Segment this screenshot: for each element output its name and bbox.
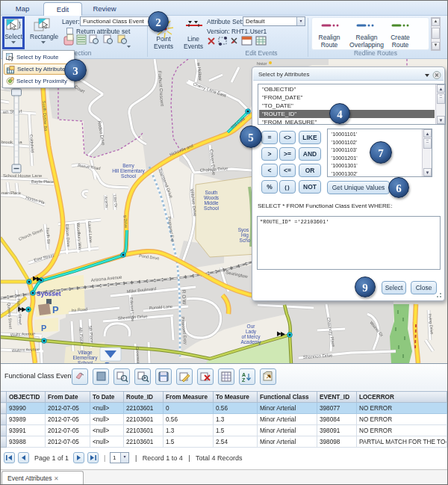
- svg-text:}: }: [19, 21, 21, 28]
